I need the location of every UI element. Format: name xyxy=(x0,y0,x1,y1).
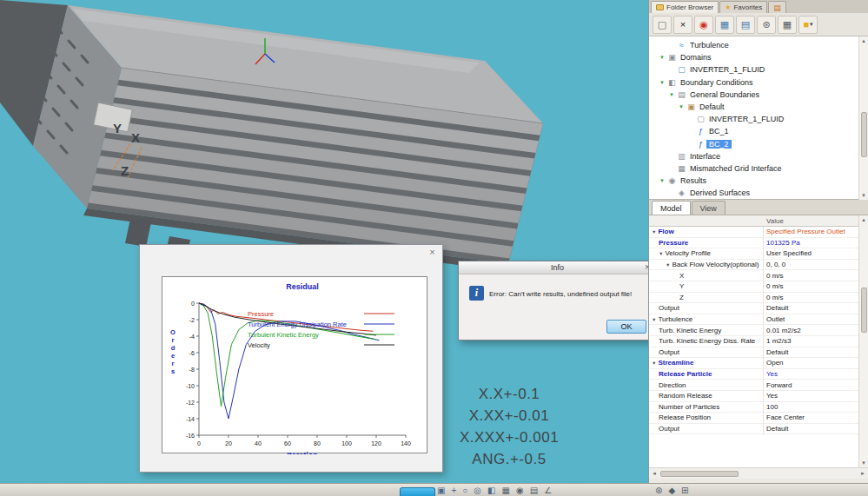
tree-item-default[interactable]: ▼▣Default xyxy=(649,101,868,113)
tree-scrollbar[interactable]: ▲ ▼ xyxy=(858,36,868,200)
property-value[interactable]: 1 m2/s3 xyxy=(763,337,868,345)
list-view-icon[interactable]: ▤ xyxy=(736,16,755,34)
property-value[interactable]: Default xyxy=(763,425,868,433)
tree-item-general-boundaries[interactable]: ▼▤General Boundaries xyxy=(649,89,868,101)
camera-icon[interactable]: ◉ xyxy=(516,484,524,496)
tab-palette[interactable]: ▤ xyxy=(768,1,786,13)
property-value[interactable]: 0, 0, 0 xyxy=(763,261,868,268)
row-expander-icon[interactable]: ▼ xyxy=(659,251,663,256)
delete-icon[interactable]: × xyxy=(673,16,692,34)
property-row[interactable]: ▼FlowSpecified Pressure Outlet xyxy=(649,227,868,238)
property-value[interactable]: 100 xyxy=(763,403,868,411)
probe-points-icon[interactable]: ◉ xyxy=(694,16,713,34)
property-scrollbar[interactable]: ▲ ▼ xyxy=(858,215,868,467)
tree-item-interface[interactable]: ▥Interface xyxy=(649,150,868,162)
tab-view[interactable]: View xyxy=(692,201,726,215)
orbit-icon[interactable]: ○ xyxy=(462,484,467,496)
row-expander-icon[interactable]: ▼ xyxy=(652,317,656,322)
zoom-icon[interactable]: ◎ xyxy=(474,484,481,496)
property-row[interactable]: Pressure101325 Pa xyxy=(649,238,868,249)
scroll-down-icon[interactable]: ▼ xyxy=(861,191,866,200)
property-row[interactable]: OutputDefault xyxy=(649,424,868,435)
property-row[interactable]: Z0 m/s xyxy=(649,293,868,304)
property-value[interactable]: User Specified xyxy=(763,249,868,257)
visibility-dropdown-icon[interactable]: ■▾ xyxy=(798,16,818,34)
tree-item-turbulence[interactable]: ≈Turbulence xyxy=(649,39,868,51)
property-value[interactable]: 0 m/s xyxy=(763,294,868,301)
property-value[interactable]: 0.01 m2/s2 xyxy=(763,327,868,334)
scroll-up-icon[interactable]: ▲ xyxy=(861,215,866,224)
window-icon[interactable]: ⊞ xyxy=(681,484,688,496)
layers-icon[interactable]: ▤ xyxy=(530,484,538,496)
scrollbar-thumb[interactable] xyxy=(861,112,867,157)
property-row[interactable]: DirectionForward xyxy=(649,380,868,391)
property-row[interactable]: Release ParticleYes xyxy=(649,369,868,380)
settings-icon[interactable]: ⊛ xyxy=(655,484,662,496)
row-expander-icon[interactable]: ▼ xyxy=(652,229,656,235)
property-value[interactable]: Outlet xyxy=(763,315,868,323)
settings-icon[interactable]: ⊛ xyxy=(757,16,776,34)
scrollbar-thumb[interactable] xyxy=(861,288,867,333)
tree-item-inverter-1-fluid-domain[interactable]: ▢INVERTER_1_FLUID xyxy=(649,63,868,76)
property-row[interactable]: ▼Velocity ProfileUser Specified xyxy=(649,248,868,260)
grid-icon[interactable]: ▦ xyxy=(502,484,510,496)
fit-view-icon[interactable]: ▣ xyxy=(437,484,445,496)
property-value[interactable]: Default xyxy=(763,348,868,356)
scrollbar-thumb[interactable] xyxy=(660,471,739,477)
property-row[interactable]: OutputDefault xyxy=(649,303,868,314)
property-row[interactable]: ▼StreamlineOpen xyxy=(649,358,868,369)
pin-icon[interactable]: ◆ xyxy=(668,484,675,496)
property-value[interactable]: Open xyxy=(763,359,868,367)
tree-item-boundary-conditions[interactable]: ▼◧Boundary Conditions xyxy=(649,76,868,89)
row-expander-icon[interactable]: ▼ xyxy=(666,262,670,268)
tree-item-bc-2[interactable]: ƒBC_2 xyxy=(649,138,868,150)
property-row[interactable]: ▼Back Flow Velocity(optional)0, 0, 0 xyxy=(649,260,868,271)
property-value[interactable]: Face Center xyxy=(763,413,868,421)
tree-item-inverter-1-fluid[interactable]: ▢INVERTER_1_FLUID xyxy=(649,113,868,125)
tree-item-derived-surfaces[interactable]: ◈Derived Surfaces xyxy=(649,187,868,199)
tree-item-bc-1[interactable]: ƒBC_1 xyxy=(649,125,868,137)
scroll-up-icon[interactable]: ▲ xyxy=(861,36,866,45)
expander-icon[interactable]: ▼ xyxy=(658,80,666,85)
pan-icon[interactable]: + xyxy=(451,484,456,496)
property-value[interactable]: Forward xyxy=(763,381,868,389)
property-value[interactable]: 0 m/s xyxy=(763,282,868,290)
close-icon[interactable]: × xyxy=(642,262,648,273)
property-value[interactable]: Default xyxy=(763,304,868,312)
tab-model[interactable]: Model xyxy=(652,201,691,215)
expander-icon[interactable]: ▼ xyxy=(677,104,686,109)
3d-viewport[interactable]: Y X Z X.X+-0.1X.XX+-0.01X.XXX+-0.001ANG.… xyxy=(0,0,648,483)
property-row[interactable]: Release PositionFace Center xyxy=(649,413,868,424)
property-row[interactable]: OutputDefault xyxy=(649,347,868,359)
property-row[interactable]: Random ReleaseYes xyxy=(649,391,868,402)
scroll-right-icon[interactable]: ► xyxy=(858,471,868,476)
select-tool-icon[interactable]: ▢ xyxy=(653,16,672,34)
table-icon[interactable]: ▦ xyxy=(778,16,797,34)
scroll-left-icon[interactable]: ◄ xyxy=(649,471,659,476)
expander-icon[interactable]: ▼ xyxy=(658,178,666,183)
close-icon[interactable]: × xyxy=(427,247,438,258)
property-row[interactable]: Turb. Kinetic Energy0.01 m2/s2 xyxy=(649,325,868,336)
ok-button[interactable]: OK xyxy=(606,320,646,334)
property-value[interactable]: Yes xyxy=(763,370,868,378)
expander-icon[interactable]: ▼ xyxy=(667,92,676,97)
property-row[interactable]: Y0 m/s xyxy=(649,281,868,293)
property-row[interactable]: Number of Particles100 xyxy=(649,402,868,413)
tree-item-results[interactable]: ▼◉Results xyxy=(649,175,868,187)
tree-item-mismatched-grid-interface[interactable]: ▦Mismatched Grid Interface xyxy=(649,162,868,175)
property-value[interactable]: 101325 Pa xyxy=(763,239,868,247)
partially-visible-button[interactable] xyxy=(400,487,435,496)
grid-view-icon[interactable]: ▦ xyxy=(715,16,734,34)
row-expander-icon[interactable]: ▼ xyxy=(652,360,656,366)
property-row[interactable]: ▼TurbulenceOutlet xyxy=(649,314,868,326)
property-row[interactable]: Turb. Kinetic Energy Diss. Rate1 m2/s3 xyxy=(649,336,868,347)
property-value[interactable]: Yes xyxy=(763,392,868,400)
tab-folder-browser[interactable]: Folder Browser xyxy=(651,1,719,13)
property-value[interactable]: Specified Pressure Outlet xyxy=(763,228,868,235)
horizontal-scrollbar[interactable]: ◄ ► xyxy=(649,467,868,479)
property-value[interactable]: 0 m/s xyxy=(763,272,868,280)
expander-icon[interactable]: ▼ xyxy=(658,55,666,60)
section-icon[interactable]: ◧ xyxy=(487,484,495,496)
tree-item-domains[interactable]: ▼▣Domains xyxy=(649,51,868,63)
scroll-down-icon[interactable]: ▼ xyxy=(861,459,866,467)
